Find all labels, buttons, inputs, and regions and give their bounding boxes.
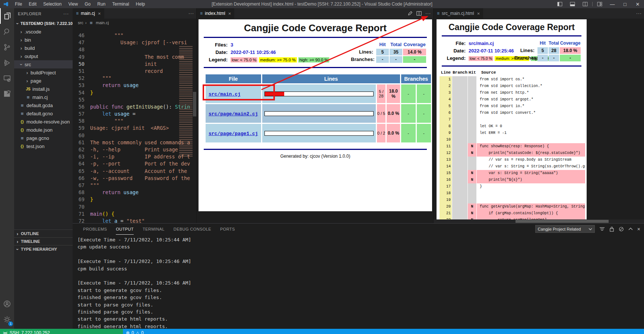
tree-item-page.gcno[interactable]: ≡page.gcno (14, 134, 73, 142)
close-button[interactable]: ✕ (631, 0, 644, 8)
source-branch-cell (452, 197, 468, 203)
output-log[interactable]: [Execute Time - 7/11/2022, 10:25:44 AM]c… (77, 236, 643, 328)
output-line: [Execute Time - 7/11/2022, 10:25:46 AM] (77, 279, 643, 286)
chevron-right-icon: › (19, 54, 23, 59)
problems-indicator[interactable]: ⊗ 0 △ 0 (123, 329, 147, 334)
clear-output-icon[interactable] (619, 227, 624, 232)
line-number: 56 (73, 103, 90, 110)
line-number: 65 (73, 168, 90, 175)
account-icon[interactable] (0, 296, 14, 312)
tree-item-src[interactable]: ›src (14, 60, 73, 68)
explorer-icon[interactable] (0, 8, 14, 24)
panel-tab-problems[interactable]: PROBLEMS (83, 224, 107, 235)
minimap[interactable] (179, 46, 193, 158)
tree-item-output[interactable]: ›output (14, 52, 73, 60)
tab-index-html[interactable]: ≡ index.html × (197, 8, 234, 19)
settings-gear-icon[interactable]: 1 (0, 312, 14, 327)
tab-main-cj[interactable]: ≡ main.cj × (73, 8, 104, 19)
menu-file[interactable]: File (12, 0, 25, 8)
menu-help[interactable]: Help (133, 0, 149, 8)
line-number: 59 (73, 125, 90, 132)
menu-edit[interactable]: Edit (25, 0, 40, 8)
scrollbar-thumb[interactable] (193, 92, 196, 116)
run-debug-icon[interactable] (0, 55, 14, 71)
settings-badge: 1 (8, 321, 13, 326)
code-text: main() { (90, 211, 114, 218)
tree-item-module.json[interactable]: {}module.json (14, 126, 73, 134)
tree-item-main.cj[interactable]: ≡main.cj (14, 93, 73, 101)
menu-terminal[interactable]: Terminal (109, 0, 132, 8)
panel-tab-terminal[interactable]: TERMINAL (143, 224, 165, 235)
customize-layout-icon[interactable] (593, 0, 606, 8)
menu-run[interactable]: Run (94, 0, 109, 8)
chevron-right-icon: › (25, 70, 29, 76)
tree-item-module-resolve.json[interactable]: {}module-resolve.json (14, 118, 73, 126)
sidebar-section-outline[interactable]: ›OUTLINE (14, 229, 73, 237)
source-control-icon[interactable] (0, 39, 14, 55)
close-tab-icon[interactable]: × (98, 11, 101, 16)
source-line-number: 19 (440, 197, 452, 203)
source-code-cell: from std import collection.* (477, 83, 585, 90)
search-icon[interactable] (0, 24, 14, 39)
workspace-root[interactable]: › TESTDEMO [SSH: 7.222.10... (14, 19, 73, 28)
summary-table: Hit Total Coverage Lines: 5 35 14.0 % Br… (351, 41, 426, 63)
horizontal-scrollbar[interactable] (434, 219, 644, 223)
editor-actions-more-icon[interactable]: ··· (425, 11, 431, 16)
tree-item-default.gcno[interactable]: ≡default.gcno (14, 109, 73, 118)
branches-hit: - (537, 55, 548, 61)
code-text: } (90, 89, 93, 96)
legend-high: high: >= 90.0 % (298, 57, 329, 62)
file-link-src-page-main2-cj[interactable]: src/page/main2.cj (209, 111, 258, 117)
chevron-down-icon: › (15, 247, 20, 251)
tree-item-.vscode[interactable]: ›.vscode (14, 28, 73, 36)
close-tab-icon[interactable]: × (228, 11, 231, 16)
split-editor-icon[interactable] (416, 11, 422, 16)
sidebar-more-icon[interactable]: ··· (63, 11, 69, 16)
panel-tab-output[interactable]: OUTPUT (116, 224, 134, 235)
breadcrumb[interactable]: src › ≡ main.cj (73, 19, 196, 27)
panel-tab-ports[interactable]: PORTS (220, 224, 235, 235)
lock-autoscroll-icon[interactable] (609, 227, 614, 232)
split-editor-icon[interactable] (579, 0, 591, 8)
tree-item-test.json[interactable]: {}test.json (14, 142, 73, 150)
tree-item-bin[interactable]: ›bin (14, 36, 73, 44)
remote-explorer-icon[interactable] (0, 71, 14, 86)
source-header-source: Source (477, 70, 496, 76)
minimize-button[interactable]: — (606, 0, 619, 8)
tree-item-buildProject[interactable]: ›buildProject (14, 68, 73, 77)
sidebar-section-type-hierarchy[interactable]: ›TYPE HIERARCHY (14, 245, 73, 253)
menu-view[interactable]: View (65, 0, 81, 8)
toggle-sidebar-icon[interactable] (553, 0, 566, 8)
tree-item-page[interactable]: ›page (14, 77, 73, 85)
maximize-button[interactable]: □ (619, 0, 631, 8)
editor-actions-more-icon[interactable]: ··· (188, 11, 194, 16)
line-number: 51 (73, 68, 90, 75)
toggle-panel-icon[interactable] (566, 0, 579, 8)
edit-pencil-icon[interactable] (407, 11, 413, 16)
sidebar-section-timeline[interactable]: ›TIMELINE (14, 237, 73, 245)
maximize-panel-icon[interactable] (628, 227, 633, 231)
file-link-src-main-cj[interactable]: src/main.cj (209, 91, 241, 97)
scrollbar-thumb[interactable] (515, 220, 609, 223)
panel-tab-debug-console[interactable]: DEBUG CONSOLE (174, 224, 211, 235)
output-channel-select[interactable]: Cangjie Project Related (535, 225, 595, 233)
output-filter-icon[interactable] (599, 227, 605, 231)
menu-go[interactable]: Go (81, 0, 94, 8)
tree-item-default.gcda[interactable]: ≡default.gcda (14, 101, 73, 109)
tree-item-install.js[interactable]: JSinstall.js (14, 85, 73, 93)
extensions-icon[interactable] (0, 86, 14, 102)
menu-selection[interactable]: Selection (40, 0, 65, 8)
close-panel-icon[interactable]: × (637, 226, 640, 232)
tree-item-build[interactable]: ›build (14, 44, 73, 52)
source-line-number: 1 (440, 76, 452, 83)
source-hit-cell (468, 163, 477, 170)
file-link-src-page-page1-cj[interactable]: src/page/page1.cj (209, 131, 258, 137)
tab-src-main-cj-html[interactable]: ≡ src_main.cj.html × (434, 8, 483, 19)
editor-actions-more-icon[interactable]: ··· (636, 11, 642, 16)
remote-indicator[interactable]: >< SSH: 7.222.100.252 (0, 329, 123, 334)
window-controls: — □ ✕ (553, 0, 644, 8)
code-line: 56public func getInitUsage(): Strin (73, 103, 196, 110)
output-line: cpm update success (77, 243, 643, 250)
code-editor[interactable]: 46 """47 Usage: cjprof [--versi4849 The … (73, 27, 196, 223)
close-tab-icon[interactable]: × (477, 11, 480, 16)
